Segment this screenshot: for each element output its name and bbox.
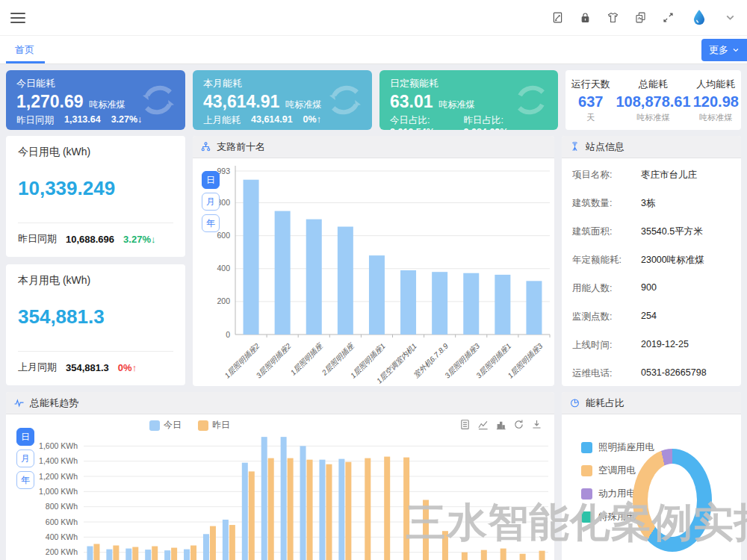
- change-percent: 3.27%↓: [123, 234, 155, 245]
- panel-header: 支路前十名: [193, 136, 554, 158]
- trend-period-group: 日月年: [16, 428, 34, 489]
- site-row-value: 35540.5平方米: [641, 225, 703, 238]
- menu-toggle-icon[interactable]: [10, 10, 25, 26]
- site-row-value: 2019-12-25: [641, 339, 689, 352]
- kpi-card-today-energy: 今日能耗 1,270.69吨标准煤 昨日同期1,313.643.27%↓: [6, 70, 185, 130]
- stat-label: 人均能耗: [691, 78, 741, 91]
- period-year-button[interactable]: 年: [202, 214, 220, 232]
- legend-swatch: [581, 465, 592, 476]
- svg-text:400 KWh: 400 KWh: [46, 532, 78, 541]
- kpi-row: 今日能耗 1,270.69吨标准煤 昨日同期1,313.643.27%↓ 本月能…: [6, 70, 741, 130]
- period-month-button[interactable]: 月: [202, 193, 220, 211]
- chevron-down-icon[interactable]: [724, 11, 737, 24]
- site-row-label: 上线时间:: [572, 339, 641, 352]
- stat-label: 运行天数: [565, 78, 616, 91]
- recycle-icon: [137, 79, 179, 121]
- sub-label: 昨日同期: [18, 232, 57, 246]
- month-electric-card: 本月用电 (kWh) 354,881.3 上月同期354,881.30%↑: [6, 264, 185, 385]
- donut-hole: [648, 464, 697, 537]
- kpi-card-month-energy: 本月能耗 43,614.91吨标准煤 上月能耗43,614.910%↑: [193, 70, 372, 130]
- legend-item[interactable]: 照明插座用电: [581, 441, 654, 454]
- summary-stat: 人均能耗120.98吨标准煤: [691, 78, 741, 123]
- panel-header: 总能耗趋势: [6, 392, 554, 414]
- kpi-sub-label: 昨日同期: [16, 114, 54, 127]
- note-edit-icon[interactable]: [551, 11, 564, 24]
- kpi-unit: 吨标准煤: [90, 99, 125, 111]
- legend-swatch: [581, 442, 592, 453]
- site-row-value: 23000吨标准煤: [641, 254, 704, 267]
- org-branch-icon: [200, 141, 211, 152]
- site-row-label: 项目名称:: [572, 169, 641, 181]
- svg-text:800 KWh: 800 KWh: [46, 502, 78, 511]
- site-row-value: 900: [641, 282, 657, 295]
- branch-top-ten-panel: 支路前十名 日月年 02004006008009931层照明插座23层照明插座2…: [193, 136, 554, 386]
- svg-text:1,600 KWh: 1,600 KWh: [39, 441, 78, 450]
- tab-bar: 首页 更多: [0, 36, 747, 64]
- kpi-sub-value: 1,313.64: [64, 114, 101, 127]
- theme-shirt-icon[interactable]: [607, 11, 619, 24]
- tab-active-underline: [6, 61, 45, 63]
- period-year-button[interactable]: 年: [16, 471, 34, 489]
- sub-value: 10,688.696: [66, 234, 114, 245]
- site-row-label: 建筑面积:: [572, 225, 641, 238]
- pie-chart-icon: [569, 397, 580, 408]
- svg-text:0: 0: [226, 330, 230, 339]
- site-info-row: 用能人数:900: [572, 282, 731, 295]
- branch-bar-chart: 02004006008009931层照明插座23层照明插座21层照明插座2层照明…: [193, 160, 554, 384]
- kpi-value: 43,614.91: [203, 92, 279, 112]
- period-month-button[interactable]: 月: [16, 449, 34, 467]
- bottom-row: 总能耗趋势 今日昨日 日月年 200 KWh400 KWh600 KWh800 …: [6, 392, 741, 560]
- card-value: 10,339.249: [18, 177, 173, 200]
- lock-icon[interactable]: [579, 11, 592, 24]
- site-row-value: 254: [641, 311, 657, 323]
- tab-home[interactable]: 首页: [10, 36, 39, 63]
- panel-header: 能耗占比: [562, 392, 741, 414]
- kpi-value: 1,270.69: [16, 92, 84, 112]
- stat-value: 120.98: [691, 93, 741, 111]
- stat-value: 637: [565, 93, 616, 111]
- electric-column: 今日用电 (kWh) 10,339.249 昨日同期10,688.6963.27…: [6, 136, 185, 386]
- copy-pages-icon[interactable]: [634, 11, 647, 24]
- pulse-icon: [13, 397, 25, 408]
- stat-unit: 天: [565, 112, 616, 123]
- stat-value: 108,878.61: [616, 93, 690, 111]
- site-row-label: 用能人数:: [572, 282, 641, 295]
- more-button[interactable]: 更多: [701, 39, 747, 61]
- stat-unit: 吨标准煤: [616, 112, 690, 123]
- kpi-unit: 吨标准煤: [439, 99, 475, 111]
- site-info-row: 上线时间:2019-12-25: [572, 339, 731, 352]
- kpi-change: 0%↑: [303, 114, 321, 127]
- energy-donut-chart: [633, 449, 712, 552]
- legend-label: 照明插座用电: [598, 441, 654, 454]
- legend-label: 动力用电: [598, 488, 636, 500]
- card-title: 今日用电 (kWh): [18, 146, 173, 159]
- site-row-value: 枣庄市台儿庄: [641, 169, 697, 181]
- chevron-down-icon: [732, 46, 740, 54]
- recycle-icon: [324, 79, 366, 121]
- summary-stats-panel: 运行天数637天总能耗108,878.61吨标准煤人均能耗120.98吨标准煤: [565, 70, 741, 130]
- kpi-sub-label: 上月能耗: [203, 114, 241, 127]
- legend-swatch: [581, 488, 592, 500]
- period-day-button[interactable]: 日: [16, 428, 34, 446]
- svg-text:1,000 KWh: 1,000 KWh: [39, 487, 78, 496]
- card-title: 本月用电 (kWh): [18, 274, 173, 287]
- site-row-value: 0531-82665798: [641, 367, 707, 380]
- more-button-label: 更多: [709, 43, 728, 57]
- middle-row: 今日用电 (kWh) 10,339.249 昨日同期10,688.6963.27…: [6, 136, 741, 386]
- site-row-label: 建筑数量:: [572, 197, 641, 210]
- sub-label: 上月同期: [18, 361, 57, 374]
- tab-home-label: 首页: [15, 43, 34, 57]
- change-percent: 0%↑: [118, 362, 137, 373]
- svg-text:1,400 KWh: 1,400 KWh: [39, 456, 78, 465]
- fullscreen-icon[interactable]: [662, 11, 675, 24]
- panel-title: 支路前十名: [217, 140, 265, 154]
- sub-value: 354,881.3: [66, 362, 109, 373]
- panel-header: 站点信息: [562, 136, 741, 158]
- period-day-button[interactable]: 日: [202, 171, 220, 189]
- panel-title: 站点信息: [586, 140, 624, 154]
- app-header: [0, 0, 747, 36]
- legend-label: 空调用电: [598, 464, 636, 477]
- water-drop-logo[interactable]: [689, 8, 709, 28]
- branch-period-group: 日月年: [202, 171, 220, 232]
- site-info-row: 建筑面积:35540.5平方米: [572, 225, 731, 238]
